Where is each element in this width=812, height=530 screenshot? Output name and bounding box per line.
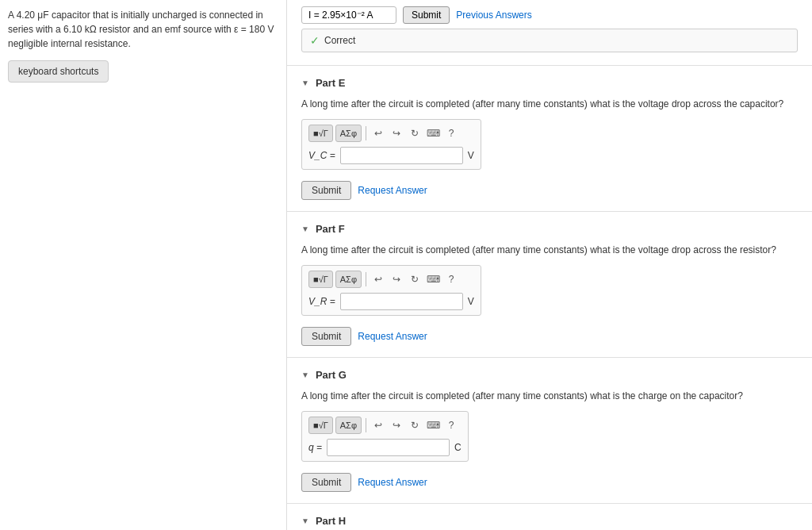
- part-g-submit-button[interactable]: Submit: [301, 473, 351, 492]
- part-g-refresh-icon[interactable]: ↻: [407, 417, 423, 434]
- part-f-undo-icon[interactable]: ↩: [370, 271, 386, 288]
- part-e-undo-icon[interactable]: ↩: [370, 125, 386, 142]
- part-h-header: ▼ Part H: [301, 515, 798, 527]
- toolbar-separator: [366, 418, 366, 432]
- part-d-answer-row: I = 2.95×10⁻² A Submit Previous Answers: [301, 6, 798, 24]
- part-g-label: Part G: [316, 369, 347, 381]
- part-g-unit-label: C: [454, 442, 462, 453]
- sidebar: A 4.20 μF capacitor that is initially un…: [0, 0, 287, 530]
- part-e-section: ▼ Part E A long time after the circuit i…: [287, 66, 812, 212]
- part-e-header: ▼ Part E: [301, 77, 798, 89]
- part-e-answer-box: ■√Γ ΑΣφ ↩ ↪ ↻ ⌨ ? V_C = V: [301, 119, 481, 170]
- part-g-header: ▼ Part G: [301, 369, 798, 381]
- correct-checkmark-icon: ✓: [310, 34, 320, 47]
- part-h-collapse-icon[interactable]: ▼: [301, 517, 309, 525]
- main-content: I = 2.95×10⁻² A Submit Previous Answers …: [287, 0, 812, 530]
- part-e-collapse-icon[interactable]: ▼: [301, 79, 309, 87]
- part-f-unit-label: V: [468, 296, 474, 307]
- part-g-redo-icon[interactable]: ↪: [389, 417, 404, 434]
- part-d-correct-row: ✓ Correct: [301, 29, 798, 52]
- correct-label: Correct: [324, 35, 355, 46]
- part-e-unit-label: V: [468, 150, 474, 161]
- part-e-sigma-btn[interactable]: ΑΣφ: [335, 125, 362, 142]
- part-f-answer-input[interactable]: [340, 293, 463, 310]
- part-e-submit-button[interactable]: Submit: [301, 181, 351, 200]
- part-f-header: ▼ Part F: [301, 223, 798, 235]
- part-g-answer-input[interactable]: [327, 439, 450, 456]
- part-f-submit-button[interactable]: Submit: [301, 327, 351, 346]
- part-d-previous-answers-link[interactable]: Previous Answers: [456, 10, 531, 21]
- part-g-input-label: q =: [308, 442, 322, 453]
- part-e-redo-icon[interactable]: ↪: [389, 125, 404, 142]
- toolbar-separator: [366, 126, 366, 140]
- part-g-answer-box: ■√Γ ΑΣφ ↩ ↪ ↻ ⌨ ? q = C: [301, 411, 469, 462]
- part-e-label: Part E: [316, 77, 346, 89]
- part-g-collapse-icon[interactable]: ▼: [301, 371, 309, 379]
- part-e-help-icon[interactable]: ?: [443, 125, 459, 142]
- part-f-request-answer-link[interactable]: Request Answer: [358, 331, 427, 342]
- part-f-toolbar: ■√Γ ΑΣφ ↩ ↪ ↻ ⌨ ?: [308, 271, 474, 288]
- part-e-formula-btn[interactable]: ■√Γ: [308, 125, 333, 142]
- part-f-sigma-btn[interactable]: ΑΣφ: [335, 271, 362, 288]
- part-g-btn-row: Submit Request Answer: [301, 473, 798, 492]
- part-f-formula-btn[interactable]: ■√Γ: [308, 271, 333, 288]
- part-f-refresh-icon[interactable]: ↻: [407, 271, 423, 288]
- part-e-input-label: V_C =: [308, 150, 335, 161]
- part-d-submit-button[interactable]: Submit: [403, 6, 450, 24]
- part-g-input-row: q = C: [308, 439, 462, 456]
- part-f-collapse-icon[interactable]: ▼: [301, 225, 309, 233]
- part-g-sigma-btn[interactable]: ΑΣφ: [335, 417, 362, 434]
- problem-text: A 4.20 μF capacitor that is initially un…: [8, 8, 278, 51]
- part-f-section: ▼ Part F A long time after the circuit i…: [287, 212, 812, 358]
- part-g-request-answer-link[interactable]: Request Answer: [358, 477, 427, 488]
- part-e-toolbar: ■√Γ ΑΣφ ↩ ↪ ↻ ⌨ ?: [308, 125, 474, 142]
- part-g-formula-btn[interactable]: ■√Γ: [308, 417, 333, 434]
- part-e-btn-row: Submit Request Answer: [301, 181, 798, 200]
- part-e-input-row: V_C = V: [308, 147, 474, 164]
- part-f-question: A long time after the circuit is complet…: [301, 243, 798, 257]
- part-g-section: ▼ Part G A long time after the circuit i…: [287, 358, 812, 504]
- part-f-input-row: V_R = V: [308, 293, 474, 310]
- part-d-answer-value: I = 2.95×10⁻² A: [301, 6, 396, 24]
- part-h-label: Part H: [316, 515, 346, 527]
- part-e-refresh-icon[interactable]: ↻: [407, 125, 423, 142]
- part-e-question: A long time after the circuit is complet…: [301, 97, 798, 111]
- part-d-answer-section: I = 2.95×10⁻² A Submit Previous Answers …: [287, 0, 812, 66]
- part-g-keyboard-icon[interactable]: ⌨: [425, 417, 441, 434]
- part-h-section: ▼ Part H A long time after the circuit i…: [287, 504, 812, 530]
- part-f-input-label: V_R =: [308, 296, 335, 307]
- part-f-keyboard-icon[interactable]: ⌨: [425, 271, 441, 288]
- part-f-answer-box: ■√Γ ΑΣφ ↩ ↪ ↻ ⌨ ? V_R = V: [301, 265, 481, 316]
- part-e-keyboard-icon[interactable]: ⌨: [425, 125, 441, 142]
- part-f-help-icon[interactable]: ?: [443, 271, 459, 288]
- part-g-toolbar: ■√Γ ΑΣφ ↩ ↪ ↻ ⌨ ?: [308, 417, 462, 434]
- part-g-help-icon[interactable]: ?: [443, 417, 459, 434]
- part-f-label: Part F: [316, 223, 345, 235]
- toolbar-separator: [366, 272, 366, 286]
- part-g-undo-icon[interactable]: ↩: [370, 417, 386, 434]
- part-f-redo-icon[interactable]: ↪: [389, 271, 404, 288]
- part-e-request-answer-link[interactable]: Request Answer: [358, 185, 427, 196]
- keyboard-shortcuts-button[interactable]: keyboard shortcuts: [8, 60, 109, 83]
- part-f-btn-row: Submit Request Answer: [301, 327, 798, 346]
- part-g-question: A long time after the circuit is complet…: [301, 389, 798, 403]
- part-e-answer-input[interactable]: [340, 147, 463, 164]
